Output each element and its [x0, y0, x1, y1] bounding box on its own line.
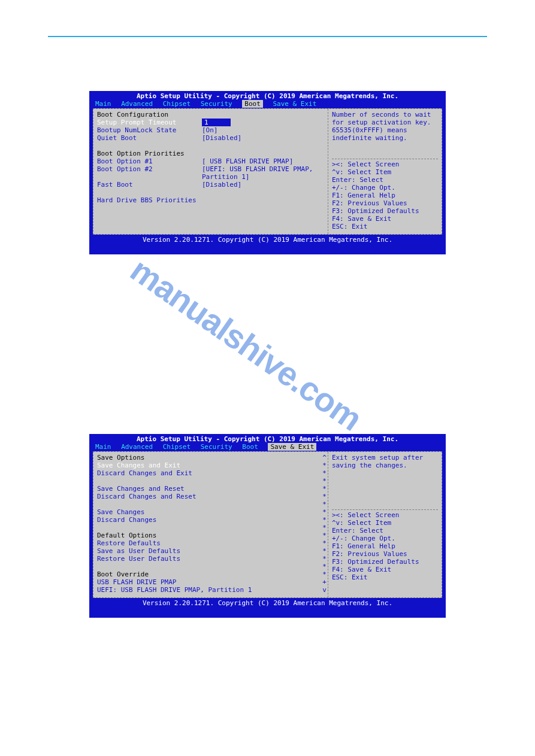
save-changes[interactable]: Save Changes: [97, 508, 324, 516]
menu-bar: Main Advanced Chipset Security Boot Save…: [89, 100, 446, 108]
menu-boot-2[interactable]: Boot: [242, 443, 258, 451]
help-f1-2: F1: General Help: [332, 542, 438, 550]
help-esc-2: ESC: Exit: [332, 573, 438, 581]
bootup-numlock-value[interactable]: [On]: [202, 126, 218, 134]
menu-chipset[interactable]: Chipset: [163, 100, 191, 108]
setup-prompt-timeout-value[interactable]: 1: [202, 119, 231, 126]
boot-option-1-value[interactable]: [ USB FLASH DRIVE PMAP]: [202, 157, 293, 165]
menu-advanced-2[interactable]: Advanced: [121, 443, 153, 451]
boot-override-2[interactable]: UEFI: USB FLASH DRIVE PMAP, Partition 1: [97, 586, 324, 594]
boot-override-1[interactable]: USB FLASH DRIVE PMAP: [97, 578, 324, 586]
bios-save-exit-screenshot: Aptio Setup Utility - Copyright (C) 2019…: [89, 434, 446, 618]
setup-prompt-timeout-label[interactable]: Setup Prompt Timeout: [97, 119, 202, 126]
help-change-opt-2: +/-: Change Opt.: [332, 535, 438, 542]
menu-chipset-2[interactable]: Chipset: [163, 443, 191, 451]
help-change-opt: +/-: Change Opt.: [332, 184, 438, 192]
menu-security[interactable]: Security: [201, 100, 232, 108]
discard-changes-and-exit[interactable]: Discard Changes and Exit: [97, 469, 324, 477]
quiet-boot-value[interactable]: [Disabled]: [202, 134, 241, 142]
help-f2-2: F2: Previous Values: [332, 550, 438, 558]
save-options-header: Save Options: [97, 454, 324, 462]
menu-security-2[interactable]: Security: [201, 443, 232, 451]
boot-option-2-value[interactable]: [UEFI: USB FLASH DRIVE PMAP, Partition 1…: [202, 165, 324, 181]
bios-boot-screenshot: Aptio Setup Utility - Copyright (C) 2019…: [89, 91, 446, 254]
restore-user-defaults[interactable]: Restore User Defaults: [97, 555, 324, 563]
help-f4: F4: Save & Exit: [332, 215, 438, 223]
menu-save-exit-selected[interactable]: Save & Exit: [268, 443, 316, 451]
help-enter-2: Enter: Select: [332, 527, 438, 535]
discard-changes-and-reset[interactable]: Discard Changes and Reset: [97, 493, 324, 500]
default-options-header: Default Options: [97, 532, 324, 539]
bios-title-2: Aptio Setup Utility - Copyright (C) 2019…: [89, 434, 446, 443]
help-select-item: ^v: Select Item: [332, 168, 438, 176]
ab-tag-2: AB: [434, 620, 442, 627]
scroll-indicator: ^ * * * * * * * * * * * * * * * +: [322, 454, 327, 594]
menu-main[interactable]: Main: [95, 100, 111, 108]
help-f4-2: F4: Save & Exit: [332, 566, 438, 573]
save-as-user-defaults[interactable]: Save as User Defaults: [97, 547, 324, 555]
boot-option-1-label[interactable]: Boot Option #1: [97, 157, 202, 165]
bootup-numlock-label[interactable]: Bootup NumLock State: [97, 126, 202, 134]
help-select-item-2: ^v: Select Item: [332, 519, 438, 527]
help-f3: F3: Optimized Defaults: [332, 207, 438, 215]
menu-main-2[interactable]: Main: [95, 443, 111, 451]
boot-option-priorities-header: Boot Option Priorities: [97, 150, 324, 157]
help-esc: ESC: Exit: [332, 223, 438, 230]
menu-advanced[interactable]: Advanced: [121, 100, 153, 108]
menu-save-exit[interactable]: Save & Exit: [273, 100, 316, 108]
help-f1: F1: General Help: [332, 192, 438, 199]
help-select-screen: ><: Select Screen: [332, 160, 438, 168]
boot-configuration-header: Boot Configuration: [97, 111, 324, 119]
boot-option-2-label[interactable]: Boot Option #2: [97, 165, 202, 181]
restore-defaults[interactable]: Restore Defaults: [97, 539, 324, 547]
help-select-screen-2: ><: Select Screen: [332, 511, 438, 519]
boot-help-text: Number of seconds to wait for setup acti…: [332, 111, 438, 142]
menu-boot-selected[interactable]: Boot: [242, 100, 263, 108]
bios-title: Aptio Setup Utility - Copyright (C) 2019…: [89, 91, 446, 100]
boot-override-header: Boot Override: [97, 570, 324, 578]
help-enter: Enter: Select: [332, 176, 438, 184]
fast-boot-value[interactable]: [Disabled]: [202, 181, 241, 189]
watermark-text: manualshive.com: [123, 250, 369, 438]
save-help-text: Exit system setup after saving the chang…: [332, 454, 438, 469]
fast-boot-label[interactable]: Fast Boot: [97, 181, 202, 189]
save-changes-and-exit[interactable]: Save Changes and Exit: [97, 462, 324, 469]
help-f2: F2: Previous Values: [332, 199, 438, 207]
hard-drive-bbs-priorities[interactable]: Hard Drive BBS Priorities: [97, 196, 324, 204]
help-f3-2: F3: Optimized Defaults: [332, 558, 438, 566]
bios-footer: Version 2.20.1271. Copyright (C) 2019 Am…: [89, 235, 446, 245]
menu-bar-2: Main Advanced Chipset Security Boot Save…: [89, 443, 446, 451]
bios-footer-2: Version 2.20.1271. Copyright (C) 2019 Am…: [89, 598, 446, 608]
page-divider: [48, 36, 487, 37]
quiet-boot-label[interactable]: Quiet Boot: [97, 134, 202, 142]
discard-changes[interactable]: Discard Changes: [97, 516, 324, 524]
save-changes-and-reset[interactable]: Save Changes and Reset: [97, 485, 324, 493]
